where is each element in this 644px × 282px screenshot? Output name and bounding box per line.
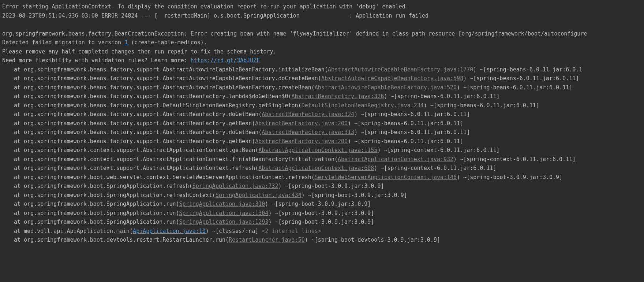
stack-frame: at org.springframework.beans.factory.sup… <box>2 128 644 137</box>
frame-jar: ) ~[spring-context-6.0.11.jar:6.0.11] <box>453 156 576 163</box>
learn-more-link[interactable]: https://rd.gt/3AbJUZE <box>191 57 260 64</box>
frame-method: at org.springframework.beans.factory.sup… <box>14 84 315 91</box>
stack-frame: at org.springframework.beans.factory.sup… <box>2 74 644 83</box>
frame-jar: ) ~[spring-beans-6.0.11.jar:6.0.11] <box>384 93 499 100</box>
frame-jar: ) ~[spring-boot-3.0.9.jar:3.0.9] <box>268 219 374 225</box>
source-link[interactable]: ServletWebServerApplicationContext.java:… <box>315 174 457 181</box>
frame-jar: ) ~[spring-beans-6.0.11.jar:6.0.11] <box>348 138 463 145</box>
stack-frame: at org.springframework.boot.SpringApplic… <box>2 191 644 200</box>
source-link[interactable]: AbstractAutowireCapableBeanFactory.java:… <box>321 75 463 82</box>
source-link[interactable]: AbstractAutowireCapableBeanFactory.java:… <box>315 84 457 91</box>
frame-jar: ) ~[spring-boot-3.0.9.jar:3.0.9] <box>302 192 407 198</box>
frame-jar: ) ~[spring-beans-6.0.11.jar:6.0.11] <box>348 120 463 127</box>
frame-jar: ) ~[spring-boot-3.0.9.jar:3.0.9] <box>278 183 384 189</box>
frame-method: at org.springframework.beans.factory.sup… <box>14 75 321 82</box>
stack-frame: at med.voll.api.ApiApplication.main(ApiA… <box>2 227 644 236</box>
stack-frame: at org.springframework.boot.SpringApplic… <box>2 218 644 227</box>
migration-line: Detected failed migration to version 1 (… <box>2 38 644 47</box>
stack-frame: at org.springframework.beans.factory.sup… <box>2 110 644 119</box>
frame-jar: ) ~[spring-boot-3.0.9.jar:3.0.9] <box>265 201 371 207</box>
source-link[interactable]: AbstractBeanFactory.java:326 <box>292 93 384 100</box>
frame-jar: ) ~[spring-context-6.0.11.jar:6.0.11] <box>377 147 499 153</box>
frame-method: at org.springframework.boot.SpringApplic… <box>14 192 216 198</box>
frame-method: at org.springframework.context.support.A… <box>14 147 258 153</box>
stack-frame: at org.springframework.beans.factory.sup… <box>2 137 644 146</box>
source-link[interactable]: DefaultSingletonBeanRegistry.java:234 <box>302 102 424 109</box>
source-link[interactable]: AbstractAutowireCapableBeanFactory.java:… <box>328 66 473 73</box>
frame-jar: ) ~[spring-beans-6.0.11.jar:6.0.11] <box>354 129 470 136</box>
frame-method: at org.springframework.beans.factory.sup… <box>14 120 255 127</box>
stack-frame: at org.springframework.beans.factory.sup… <box>2 92 644 101</box>
stack-frame: at org.springframework.context.support.A… <box>2 164 644 173</box>
frame-jar: ) ~[spring-beans-6.0.11.jar:6.0.11] <box>424 102 539 109</box>
frame-jar: ) ~[spring-beans-6.0.11.jar:6.0.1 <box>473 66 582 73</box>
stack-frame: at org.springframework.beans.factory.sup… <box>2 119 644 128</box>
stack-frame: at org.springframework.beans.factory.sup… <box>2 101 644 110</box>
frame-method: at org.springframework.boot.SpringApplic… <box>14 183 192 189</box>
source-link[interactable]: AbstractBeanFactory.java:200 <box>255 120 348 127</box>
stack-frame: at org.springframework.beans.factory.sup… <box>2 65 644 74</box>
source-link[interactable]: AbstractBeanFactory.java:313 <box>262 129 354 136</box>
migration-version-link[interactable]: 1 <box>124 39 128 46</box>
frame-method: at org.springframework.boot.SpringApplic… <box>14 201 179 207</box>
frame-jar: ) ~[spring-boot-devtools-3.0.9.jar:3.0.9… <box>305 237 440 243</box>
advice-line: Need more flexibility with validation ru… <box>2 56 644 65</box>
frame-method: at org.springframework.beans.factory.sup… <box>14 129 262 136</box>
advice-line: Please remove any half-completed changes… <box>2 47 644 56</box>
source-link[interactable]: AbstractApplicationContext.java:608 <box>258 165 374 171</box>
frame-method: at org.springframework.beans.factory.sup… <box>14 93 292 100</box>
text: Detected failed migration to version <box>2 39 124 46</box>
blank-line <box>2 20 644 29</box>
stack-frame: at org.springframework.boot.web.servlet.… <box>2 173 644 182</box>
source-link[interactable]: AbstractApplicationContext.java:932 <box>338 156 453 163</box>
frame-jar: ) ~[spring-context-6.0.11.jar:6.0.11] <box>374 165 496 171</box>
log-line: Error starting ApplicationContext. To di… <box>2 2 644 11</box>
stack-frame: at org.springframework.context.support.A… <box>2 155 644 164</box>
source-link[interactable]: AbstractApplicationContext.java:1155 <box>258 147 377 153</box>
stack-frame: at org.springframework.beans.factory.sup… <box>2 83 644 92</box>
source-link[interactable]: AbstractBeanFactory.java:200 <box>255 138 348 145</box>
stack-frame: at org.springframework.boot.SpringApplic… <box>2 200 644 209</box>
source-link[interactable]: SpringApplication.java:434 <box>216 192 302 198</box>
frame-method: at org.springframework.context.support.A… <box>14 156 338 163</box>
frame-jar: ) ~[spring-boot-3.0.9.jar:3.0.9] <box>268 210 374 216</box>
source-link[interactable]: RestartLauncher.java:50 <box>229 237 305 243</box>
source-link[interactable]: ApiApplication.java:10 <box>133 228 206 234</box>
frame-jar: ) ~[spring-beans-6.0.11.jar:6.0.11] <box>457 84 572 91</box>
source-link[interactable]: AbstractBeanFactory.java:324 <box>262 111 354 118</box>
frame-method: at org.springframework.beans.factory.sup… <box>14 102 302 109</box>
frame-method: at org.springframework.boot.web.servlet.… <box>14 174 315 181</box>
frame-jar: ) ~[spring-beans-6.0.11.jar:6.0.11] <box>463 75 579 82</box>
stack-frame: at org.springframework.boot.SpringApplic… <box>2 182 644 191</box>
source-link[interactable]: SpringApplication.java:732 <box>192 183 278 189</box>
frame-method: at org.springframework.boot.SpringApplic… <box>14 219 179 225</box>
exception-line: org.springframework.beans.factory.BeanCr… <box>2 29 644 38</box>
source-link[interactable]: SpringApplication.java:1304 <box>179 210 269 216</box>
console-output: Error starting ApplicationContext. To di… <box>0 0 644 245</box>
stack-frame: at org.springframework.boot.devtools.res… <box>2 235 644 245</box>
stack-trace: at org.springframework.beans.factory.sup… <box>2 65 644 245</box>
stack-frame: at org.springframework.context.support.A… <box>2 146 644 155</box>
log-line: 2023-08-23T09:51:04.936-03:00 ERROR 2482… <box>2 11 644 21</box>
frame-method: at org.springframework.boot.SpringApplic… <box>14 210 179 216</box>
internal-lines-note: <2 internal lines> <box>262 228 321 234</box>
frame-jar: ) ~[spring-beans-6.0.11.jar:6.0.11] <box>354 111 470 118</box>
source-link[interactable]: SpringApplication.java:1293 <box>179 219 269 225</box>
frame-method: at org.springframework.beans.factory.sup… <box>14 66 328 73</box>
text: Need more flexibility with validation ru… <box>2 57 191 64</box>
frame-method: at org.springframework.context.support.A… <box>14 165 258 171</box>
frame-method: at med.voll.api.ApiApplication.main( <box>14 228 133 234</box>
source-link[interactable]: SpringApplication.java:310 <box>179 201 265 207</box>
frame-method: at org.springframework.boot.devtools.res… <box>14 237 229 243</box>
frame-jar: ) ~[classes/:na] <box>206 228 262 234</box>
frame-method: at org.springframework.beans.factory.sup… <box>14 111 262 118</box>
stack-frame: at org.springframework.boot.SpringApplic… <box>2 209 644 218</box>
frame-jar: ) ~[spring-boot-3.0.9.jar:3.0.9] <box>457 174 562 181</box>
text: (create-table-medicos). <box>128 39 207 46</box>
frame-method: at org.springframework.beans.factory.sup… <box>14 138 255 145</box>
